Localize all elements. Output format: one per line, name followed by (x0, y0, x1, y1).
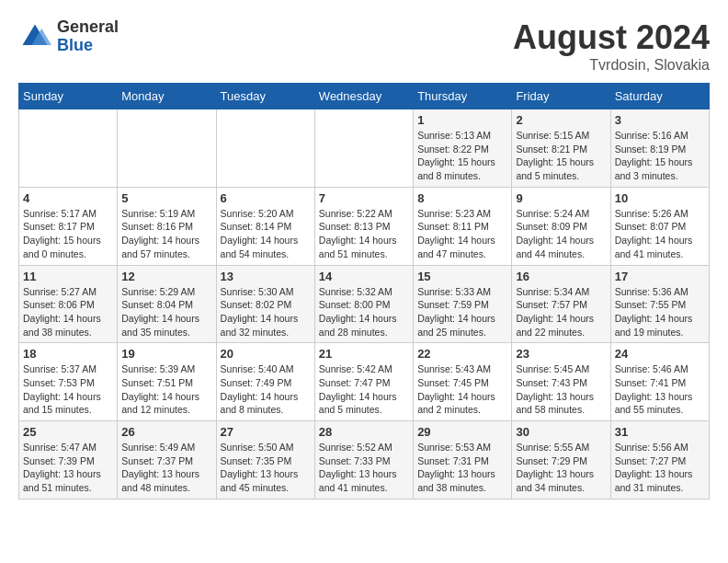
calendar-cell: 2Sunrise: 5:15 AM Sunset: 8:21 PM Daylig… (512, 109, 610, 188)
day-info: Sunrise: 5:52 AM Sunset: 7:33 PM Dayligh… (319, 441, 409, 495)
day-number: 21 (319, 347, 409, 361)
day-number: 13 (221, 270, 311, 283)
day-info: Sunrise: 5:50 AM Sunset: 7:35 PM Dayligh… (221, 441, 311, 495)
day-number: 5 (121, 191, 211, 205)
day-info: Sunrise: 5:23 AM Sunset: 8:11 PM Dayligh… (417, 207, 507, 261)
day-number: 11 (23, 270, 113, 283)
day-info: Sunrise: 5:20 AM Sunset: 8:14 PM Dayligh… (221, 207, 311, 261)
day-number: 15 (417, 270, 507, 283)
day-info: Sunrise: 5:22 AM Sunset: 8:13 PM Dayligh… (319, 207, 409, 261)
weekday-row: SundayMondayTuesdayWednesdayThursdayFrid… (19, 84, 710, 109)
day-number: 14 (319, 270, 409, 283)
logo-general-text: General (57, 18, 119, 37)
calendar-cell: 17Sunrise: 5:36 AM Sunset: 7:55 PM Dayli… (610, 265, 709, 343)
day-number: 9 (516, 191, 606, 205)
calendar-header: SundayMondayTuesdayWednesdayThursdayFrid… (19, 84, 710, 109)
day-number: 1 (417, 113, 507, 127)
day-number: 26 (121, 425, 211, 439)
calendar-cell: 27Sunrise: 5:50 AM Sunset: 7:35 PM Dayli… (216, 421, 314, 500)
day-number: 8 (417, 191, 507, 205)
logo-blue-text: Blue (57, 37, 119, 55)
calendar-cell: 31Sunrise: 5:56 AM Sunset: 7:27 PM Dayli… (610, 421, 709, 500)
day-number: 23 (516, 347, 606, 361)
calendar-cell: 8Sunrise: 5:23 AM Sunset: 8:11 PM Daylig… (414, 187, 512, 265)
day-number: 12 (121, 270, 211, 283)
day-info: Sunrise: 5:42 AM Sunset: 7:47 PM Dayligh… (319, 362, 409, 417)
title-block: August 2024 Tvrdosin, Slovakia (513, 18, 710, 74)
calendar-cell: 23Sunrise: 5:45 AM Sunset: 7:43 PM Dayli… (512, 343, 610, 421)
calendar-cell: 10Sunrise: 5:26 AM Sunset: 8:07 PM Dayli… (610, 187, 709, 265)
calendar-cell: 20Sunrise: 5:40 AM Sunset: 7:49 PM Dayli… (216, 343, 314, 421)
day-info: Sunrise: 5:45 AM Sunset: 7:43 PM Dayligh… (516, 362, 606, 417)
week-row-5: 25Sunrise: 5:47 AM Sunset: 7:39 PM Dayli… (19, 421, 710, 500)
day-info: Sunrise: 5:47 AM Sunset: 7:39 PM Dayligh… (23, 441, 113, 495)
calendar-cell: 29Sunrise: 5:53 AM Sunset: 7:31 PM Dayli… (414, 421, 512, 500)
day-number: 16 (516, 270, 606, 283)
day-info: Sunrise: 5:34 AM Sunset: 7:57 PM Dayligh… (516, 285, 606, 339)
day-number: 31 (615, 425, 705, 439)
weekday-header-sunday: Sunday (19, 84, 118, 109)
calendar-cell (314, 109, 413, 188)
calendar-cell: 7Sunrise: 5:22 AM Sunset: 8:13 PM Daylig… (314, 187, 413, 265)
location: Tvrdosin, Slovakia (513, 57, 710, 74)
day-info: Sunrise: 5:36 AM Sunset: 7:55 PM Dayligh… (615, 285, 705, 339)
calendar-cell: 11Sunrise: 5:27 AM Sunset: 8:06 PM Dayli… (19, 265, 118, 343)
page-header: General Blue August 2024 Tvrdosin, Slova… (18, 18, 710, 74)
calendar-table: SundayMondayTuesdayWednesdayThursdayFrid… (18, 83, 710, 500)
day-info: Sunrise: 5:39 AM Sunset: 7:51 PM Dayligh… (121, 362, 211, 417)
logo: General Blue (18, 18, 119, 55)
day-info: Sunrise: 5:16 AM Sunset: 8:19 PM Dayligh… (615, 129, 705, 183)
calendar-cell: 30Sunrise: 5:55 AM Sunset: 7:29 PM Dayli… (512, 421, 610, 500)
weekday-header-monday: Monday (118, 84, 216, 109)
day-number: 4 (23, 191, 113, 205)
day-number: 29 (417, 425, 507, 439)
day-number: 10 (615, 191, 705, 205)
month-year: August 2024 (513, 18, 710, 57)
day-info: Sunrise: 5:32 AM Sunset: 8:00 PM Dayligh… (319, 285, 409, 339)
calendar-cell: 4Sunrise: 5:17 AM Sunset: 8:17 PM Daylig… (19, 187, 118, 265)
day-number: 2 (516, 113, 606, 127)
week-row-3: 11Sunrise: 5:27 AM Sunset: 8:06 PM Dayli… (19, 265, 710, 343)
day-info: Sunrise: 5:55 AM Sunset: 7:29 PM Dayligh… (516, 441, 606, 495)
day-info: Sunrise: 5:43 AM Sunset: 7:45 PM Dayligh… (417, 362, 507, 417)
calendar-cell: 5Sunrise: 5:19 AM Sunset: 8:16 PM Daylig… (118, 187, 216, 265)
day-number: 25 (23, 425, 113, 439)
calendar-cell: 22Sunrise: 5:43 AM Sunset: 7:45 PM Dayli… (414, 343, 512, 421)
calendar-cell: 6Sunrise: 5:20 AM Sunset: 8:14 PM Daylig… (216, 187, 314, 265)
day-number: 18 (23, 347, 113, 361)
day-info: Sunrise: 5:29 AM Sunset: 8:04 PM Dayligh… (121, 285, 211, 339)
calendar-cell (118, 109, 216, 188)
day-info: Sunrise: 5:24 AM Sunset: 8:09 PM Dayligh… (516, 207, 606, 261)
day-info: Sunrise: 5:30 AM Sunset: 8:02 PM Dayligh… (221, 285, 311, 339)
week-row-1: 1Sunrise: 5:13 AM Sunset: 8:22 PM Daylig… (19, 109, 710, 188)
day-info: Sunrise: 5:26 AM Sunset: 8:07 PM Dayligh… (615, 207, 705, 261)
calendar-body: 1Sunrise: 5:13 AM Sunset: 8:22 PM Daylig… (19, 109, 710, 500)
calendar-cell: 3Sunrise: 5:16 AM Sunset: 8:19 PM Daylig… (610, 109, 709, 188)
day-info: Sunrise: 5:40 AM Sunset: 7:49 PM Dayligh… (221, 362, 311, 417)
weekday-header-tuesday: Tuesday (216, 84, 314, 109)
calendar-cell: 18Sunrise: 5:37 AM Sunset: 7:53 PM Dayli… (19, 343, 118, 421)
day-info: Sunrise: 5:27 AM Sunset: 8:06 PM Dayligh… (23, 285, 113, 339)
calendar-cell: 25Sunrise: 5:47 AM Sunset: 7:39 PM Dayli… (19, 421, 118, 500)
calendar-cell (216, 109, 314, 188)
day-number: 3 (615, 113, 705, 127)
calendar-cell: 9Sunrise: 5:24 AM Sunset: 8:09 PM Daylig… (512, 187, 610, 265)
calendar-cell: 14Sunrise: 5:32 AM Sunset: 8:00 PM Dayli… (314, 265, 413, 343)
day-number: 27 (221, 425, 311, 439)
calendar-cell: 24Sunrise: 5:46 AM Sunset: 7:41 PM Dayli… (610, 343, 709, 421)
week-row-2: 4Sunrise: 5:17 AM Sunset: 8:17 PM Daylig… (19, 187, 710, 265)
day-info: Sunrise: 5:46 AM Sunset: 7:41 PM Dayligh… (615, 362, 705, 417)
calendar-cell: 19Sunrise: 5:39 AM Sunset: 7:51 PM Dayli… (118, 343, 216, 421)
week-row-4: 18Sunrise: 5:37 AM Sunset: 7:53 PM Dayli… (19, 343, 710, 421)
day-info: Sunrise: 5:56 AM Sunset: 7:27 PM Dayligh… (615, 441, 705, 495)
day-info: Sunrise: 5:13 AM Sunset: 8:22 PM Dayligh… (417, 129, 507, 183)
logo-icon (18, 20, 51, 53)
logo-text: General Blue (57, 18, 119, 55)
day-number: 24 (615, 347, 705, 361)
day-info: Sunrise: 5:19 AM Sunset: 8:16 PM Dayligh… (121, 207, 211, 261)
day-number: 20 (221, 347, 311, 361)
day-info: Sunrise: 5:15 AM Sunset: 8:21 PM Dayligh… (516, 129, 606, 183)
day-info: Sunrise: 5:53 AM Sunset: 7:31 PM Dayligh… (417, 441, 507, 495)
day-number: 6 (221, 191, 311, 205)
day-number: 19 (121, 347, 211, 361)
